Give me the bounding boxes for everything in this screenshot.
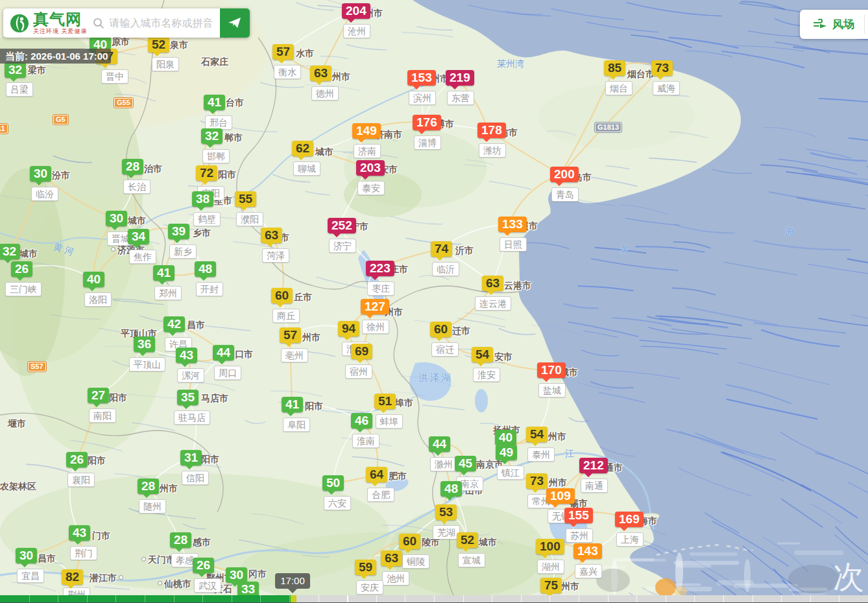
aqi-marker-安阳[interactable]: 72 xyxy=(196,165,217,181)
panel-divider xyxy=(864,15,865,34)
aqi-marker-淄博[interactable]: 176 xyxy=(413,115,441,130)
aqi-marker-宿州[interactable]: 69 xyxy=(351,344,372,359)
aqi-marker-驻马店[interactable]: 35 xyxy=(177,390,199,405)
aqi-marker-徐州[interactable]: 127 xyxy=(361,299,389,314)
aqi-marker-运城[interactable]: 32 xyxy=(0,244,20,259)
aqi-marker-湖州[interactable]: 100 xyxy=(536,539,564,554)
aqi-marker-荆州[interactable]: 82 xyxy=(62,569,83,585)
water-label: 黄 xyxy=(620,244,629,255)
aqi-marker-吕梁[interactable]: 32 xyxy=(5,62,26,78)
aqi-marker-临汾[interactable]: 30 xyxy=(30,166,51,182)
aqi-marker-嘉兴[interactable]: 143 xyxy=(573,543,602,559)
aqi-marker-淮安[interactable]: 54 xyxy=(472,347,493,362)
aqi-marker-烟台[interactable]: 85 xyxy=(604,60,625,76)
aqi-marker-滁州[interactable]: 44 xyxy=(429,436,450,452)
map-label: 沂市 xyxy=(455,245,474,257)
aqi-marker-青岛[interactable]: 200 xyxy=(550,167,579,182)
aqi-marker-阳泉[interactable]: 52 xyxy=(148,37,169,53)
aqi-marker-扬州[interactable]: 40 xyxy=(495,430,516,445)
aqi-marker-晋城[interactable]: 30 xyxy=(106,211,127,226)
aqi-marker-合肥[interactable]: 64 xyxy=(366,467,387,482)
aqi-marker-芜湖[interactable]: 53 xyxy=(435,504,457,520)
aqi-marker-苏州[interactable]: 155 xyxy=(564,508,593,523)
aqi-marker-濮阳[interactable]: 55 xyxy=(235,191,256,207)
aqi-marker-济南[interactable]: 149 xyxy=(352,123,381,139)
aqi-marker-南京[interactable]: 45 xyxy=(455,456,476,471)
logo[interactable]: 真气网 关注环境 关爱健康 xyxy=(9,12,88,34)
aqi-marker-淮南[interactable]: 46 xyxy=(351,413,372,429)
aqi-marker-许昌[interactable]: 42 xyxy=(163,316,185,332)
aqi-marker-滨州[interactable]: 153 xyxy=(407,70,436,86)
aqi-marker-杭州[interactable]: 75 xyxy=(540,578,562,593)
map-label: 阳市 xyxy=(305,401,323,412)
timeline-tick xyxy=(174,595,175,602)
aqi-marker-德州[interactable]: 63 xyxy=(310,65,332,81)
aqi-marker-鄂州[interactable]: 30 xyxy=(226,567,247,583)
aqi-marker-南阳[interactable]: 27 xyxy=(88,388,109,403)
aqi-marker-马鞍山[interactable]: 48 xyxy=(440,481,462,497)
timeline-scrubber[interactable] xyxy=(0,595,868,602)
aqi-marker-蚌埠[interactable]: 51 xyxy=(374,394,396,409)
aqi-marker-沧州[interactable]: 204 xyxy=(342,3,370,19)
aqi-marker-连云港[interactable]: 63 xyxy=(482,276,503,291)
aqi-marker-郑州[interactable]: 41 xyxy=(153,265,175,281)
aqi-marker-泰州[interactable]: 54 xyxy=(526,427,548,442)
aqi-marker-菏泽[interactable]: 63 xyxy=(261,228,282,243)
aqi-marker-周口[interactable]: 44 xyxy=(213,345,234,361)
aqi-marker-鹤壁[interactable]: 38 xyxy=(192,191,213,207)
aqi-marker-荆门[interactable]: 43 xyxy=(69,525,90,541)
map-label: 烟台市 xyxy=(627,69,655,80)
city-label-驻马店[interactable]: 驻马店 xyxy=(174,410,210,425)
aqi-marker-潍坊[interactable]: 178 xyxy=(477,123,506,138)
aqi-marker-临沂[interactable]: 74 xyxy=(431,241,452,257)
wind-field-button[interactable]: 风场 xyxy=(800,10,868,39)
aqi-marker-邯郸[interactable]: 32 xyxy=(201,128,223,144)
aqi-marker-洛阳[interactable]: 40 xyxy=(83,272,104,287)
aqi-marker-盐城[interactable]: 170 xyxy=(537,362,566,378)
aqi-marker-三门峡[interactable]: 26 xyxy=(11,261,32,277)
map-label: 门市 xyxy=(92,530,110,542)
aqi-marker-商丘[interactable]: 60 xyxy=(271,288,293,303)
aqi-marker-衡水[interactable]: 57 xyxy=(272,44,294,60)
aqi-marker-枣庄[interactable]: 223 xyxy=(366,261,394,276)
aqi-marker-铜陵[interactable]: 60 xyxy=(399,534,420,549)
aqi-marker-新乡[interactable]: 39 xyxy=(168,224,189,239)
aqi-marker-阜阳[interactable]: 41 xyxy=(282,397,303,412)
aqi-marker-宜昌[interactable]: 30 xyxy=(16,548,37,563)
search-input[interactable] xyxy=(108,17,220,30)
aqi-marker-常州[interactable]: 73 xyxy=(526,473,548,489)
aqi-marker-淮北[interactable]: 94 xyxy=(338,321,359,337)
aqi-marker-孝感[interactable]: 28 xyxy=(170,532,191,548)
aqi-marker-长治[interactable]: 28 xyxy=(122,159,143,174)
aqi-marker-邢台[interactable]: 41 xyxy=(204,95,225,110)
aqi-marker-襄阳[interactable]: 26 xyxy=(66,452,88,467)
aqi-marker-宣城[interactable]: 52 xyxy=(457,532,478,548)
aqi-marker-亳州[interactable]: 57 xyxy=(280,327,301,343)
road-shield: G55 xyxy=(114,98,133,108)
aqi-marker-泰安[interactable]: 203 xyxy=(356,160,385,176)
aqi-marker-威海[interactable]: 73 xyxy=(651,60,673,76)
aqi-marker-南通[interactable]: 212 xyxy=(579,458,608,473)
aqi-marker-信阳[interactable]: 31 xyxy=(180,450,202,466)
timeline-tick xyxy=(666,595,666,602)
aqi-marker-安庆[interactable]: 59 xyxy=(355,560,376,575)
aqi-marker-六安[interactable]: 50 xyxy=(322,475,344,491)
aqi-marker-池州[interactable]: 63 xyxy=(381,550,402,566)
aqi-marker-平顶山[interactable]: 36 xyxy=(134,337,155,352)
aqi-marker-东营[interactable]: 219 xyxy=(446,70,474,86)
aqi-marker-聊城[interactable]: 62 xyxy=(292,141,313,156)
map-label: 州市 xyxy=(332,71,350,83)
aqi-marker-漯河[interactable]: 43 xyxy=(176,348,197,363)
aqi-marker-济宁[interactable]: 252 xyxy=(328,218,356,233)
aqi-marker-开封[interactable]: 48 xyxy=(195,261,216,277)
aqi-marker-焦作[interactable]: 34 xyxy=(128,229,149,244)
aqi-marker-随州[interactable]: 28 xyxy=(138,479,159,494)
aqi-marker-武汉[interactable]: 26 xyxy=(193,558,214,573)
aqi-marker-无锡[interactable]: 109 xyxy=(546,488,575,504)
aqi-marker-宿迁[interactable]: 60 xyxy=(430,322,452,337)
aqi-marker-上海[interactable]: 169 xyxy=(615,512,644,527)
search-submit-button[interactable] xyxy=(220,8,250,38)
aqi-marker-日照[interactable]: 133 xyxy=(498,217,527,232)
aqi-marker-镇江[interactable]: 49 xyxy=(496,445,517,460)
city-label-平顶山[interactable]: 平顶山 xyxy=(129,357,165,372)
